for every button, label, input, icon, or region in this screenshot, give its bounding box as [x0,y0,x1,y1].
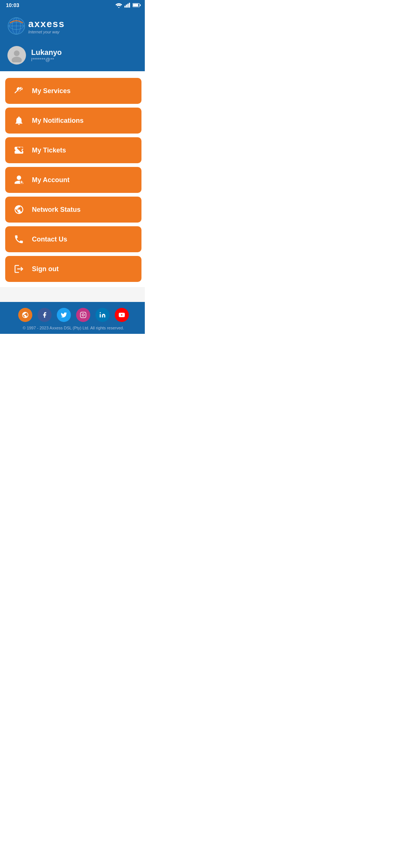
user-email: l*******@** [31,57,62,62]
svg-rect-7 [140,4,141,6]
svg-point-0 [118,7,120,8]
logo-tagline: Internet your way [28,30,59,34]
user-name: Lukanyo [31,48,62,57]
contact-us-label: Contact Us [32,236,67,243]
twitter-icon[interactable] [57,308,71,322]
logo-area: axxess Internet your way [28,18,65,34]
sign-out-label: Sign out [32,265,59,273]
wrench-icon [13,85,25,97]
nav-drawer: 10:03 [0,0,145,334]
footer-copyright: © 1997 - 2023 Axxess DSL (Pty) Ltd. All … [7,326,139,330]
ig-icon [80,312,87,318]
my-services-label: My Services [32,87,71,95]
network-status-label: Network Status [32,206,81,214]
ticket-icon [13,144,25,157]
user-section: Lukanyo l*******@** [0,42,145,71]
status-bar: 10:03 [0,0,145,10]
user-info: Lukanyo l*******@** [31,48,62,62]
phone-icon [13,233,25,246]
page-wrapper: ★ ⌃ › › ⌃ › ⌃ d Combo › d Combo › ⌃ [0,0,145,334]
fb-icon [41,312,48,318]
app-header: axxess Internet your way [0,10,145,42]
svg-rect-3 [127,4,128,7]
status-time: 10:03 [6,2,19,8]
account-settings-icon [13,174,25,186]
globe-social-icon [22,311,29,319]
my-tickets-label: My Tickets [32,147,66,154]
svg-point-14 [12,57,22,62]
my-account-button[interactable]: My Account [5,167,141,193]
menu-area: My Services My Notifications My Ti [0,71,145,287]
social-icons-row [7,308,139,322]
svg-rect-16 [80,312,86,318]
network-globe-icon [13,203,25,216]
logo-globe-icon [7,17,25,35]
svg-rect-6 [133,4,138,6]
my-tickets-button[interactable]: My Tickets [5,137,141,163]
yt-icon [118,312,125,318]
svg-rect-4 [129,3,130,8]
network-status-button[interactable]: Network Status [5,197,141,223]
tw-icon [61,312,67,318]
footer: © 1997 - 2023 Axxess DSL (Pty) Ltd. All … [0,302,145,334]
svg-point-18 [100,312,101,313]
linkedin-icon[interactable] [95,308,110,322]
logo-row: axxess Internet your way [7,17,65,35]
signal-icon [124,3,130,8]
status-icons [115,3,141,8]
my-services-button[interactable]: My Services [5,78,141,104]
battery-icon [133,3,141,7]
signout-icon [13,263,25,275]
contact-us-button[interactable]: Contact Us [5,226,141,252]
avatar [7,46,26,65]
my-account-label: My Account [32,176,69,184]
my-notifications-label: My Notifications [32,117,84,125]
svg-point-13 [14,50,19,56]
avatar-icon [10,48,24,62]
sign-out-button[interactable]: Sign out [5,256,141,282]
svg-rect-2 [126,4,127,7]
youtube-icon[interactable] [115,308,129,322]
logo-text: axxess [28,18,65,30]
axxess-site-icon[interactable] [18,308,32,322]
facebook-icon[interactable] [38,308,52,322]
bell-icon [13,114,25,127]
svg-rect-1 [124,6,125,8]
wifi-icon [115,3,122,8]
li-icon [99,312,106,318]
my-notifications-button[interactable]: My Notifications [5,108,141,134]
instagram-icon[interactable] [76,308,90,322]
